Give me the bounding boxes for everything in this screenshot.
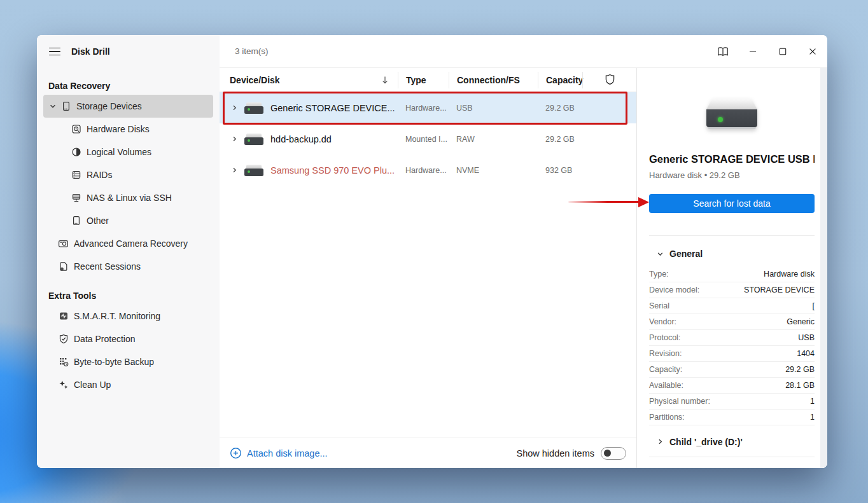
- minimize-button[interactable]: [738, 35, 767, 67]
- app-title: Disk Drill: [71, 46, 110, 57]
- table-row-hdd-backup[interactable]: hdd-backup.dd Mounted I... RAW 29.2 GB: [220, 123, 636, 155]
- sidebar-item-label: S.M.A.R.T. Monitoring: [74, 311, 160, 321]
- column-header-type[interactable]: Type: [398, 72, 449, 88]
- minimize-icon: [748, 46, 758, 57]
- device-type: Mounted I...: [398, 135, 449, 144]
- detail-row-protocol: Protocol:USB: [649, 330, 815, 346]
- sidebar-item-clean-up[interactable]: Clean Up: [43, 373, 213, 396]
- device-capacity: 29.2 GB: [538, 104, 582, 113]
- detail-row-physical-number: Physical number:1: [649, 394, 815, 410]
- chevron-down-icon: [657, 251, 664, 258]
- table-row-samsung-ssd[interactable]: Samsung SSD 970 EVO Plu... Hardware... N…: [220, 155, 636, 186]
- sidebar-item-advanced-camera-recovery[interactable]: Advanced Camera Recovery: [43, 232, 213, 255]
- maximize-icon: [778, 46, 788, 57]
- detail-value: 29.2 GB: [785, 365, 815, 374]
- sidebar-item-storage-devices[interactable]: Storage Devices: [43, 95, 213, 118]
- disk-drill-window: Disk Drill Data Recovery Storage Devices…: [37, 35, 827, 468]
- show-hidden-group: Show hidden items: [516, 447, 626, 460]
- hardware-disks-icon: [71, 124, 81, 134]
- sidebar-item-logical-volumes[interactable]: Logical Volumes: [43, 141, 213, 163]
- detail-row-type: Type:Hardware disk: [649, 266, 815, 282]
- sidebar-header: Disk Drill: [37, 35, 220, 68]
- smart-monitoring-icon: [58, 311, 69, 321]
- column-header-protection[interactable]: [582, 72, 636, 88]
- detail-value: USB: [798, 333, 815, 342]
- device-type: Hardware...: [398, 104, 449, 113]
- shield-icon: [605, 74, 615, 86]
- chevron-right-icon[interactable]: [231, 167, 239, 174]
- sidebar-item-label: Advanced Camera Recovery: [74, 238, 188, 249]
- sidebar-item-label: Logical Volumes: [87, 147, 151, 157]
- sidebar-item-label: Recent Sessions: [74, 261, 141, 272]
- device-capacity: 29.2 GB: [538, 135, 582, 144]
- detail-label: Available:: [649, 381, 683, 390]
- device-name: Samsung SSD 970 EVO Plu...: [270, 165, 395, 176]
- sidebar-item-other[interactable]: Other: [43, 209, 213, 232]
- detail-label: Serial: [649, 301, 669, 310]
- close-button[interactable]: [797, 35, 827, 67]
- shield-check-icon: [58, 334, 69, 344]
- column-header-capacity[interactable]: Capacity: [538, 72, 582, 88]
- window-controls: [708, 35, 827, 67]
- menu-icon[interactable]: [45, 41, 65, 62]
- column-label: Connection/FS: [457, 75, 520, 85]
- detail-row-available: Available:28.1 GB: [649, 378, 815, 394]
- sidebar-item-raids[interactable]: RAIDs: [43, 163, 213, 186]
- detail-row-device-model: Device model:STORAGE DEVICE: [649, 282, 815, 298]
- help-book-button[interactable]: [708, 35, 738, 67]
- section-label-extra-tools: Extra Tools: [37, 287, 220, 305]
- detail-value: 1404: [797, 349, 815, 358]
- detail-row-partitions: Partitions:1: [649, 410, 815, 425]
- chevron-right-icon: [657, 438, 664, 445]
- sidebar-item-label: Hardware Disks: [87, 124, 150, 134]
- detail-value: Generic: [787, 317, 815, 326]
- table-footer: Attach disk image... Show hidden items: [220, 438, 636, 468]
- sidebar-item-smart-monitoring[interactable]: S.M.A.R.T. Monitoring: [43, 305, 213, 327]
- sidebar-item-nas-linux-ssh[interactable]: NAS & Linux via SSH: [43, 186, 213, 209]
- raids-icon: [71, 170, 81, 180]
- sidebar: Disk Drill Data Recovery Storage Devices…: [37, 35, 220, 468]
- sort-descending-icon: [381, 76, 389, 85]
- drive-icon: [244, 134, 263, 145]
- detail-label: Type:: [649, 270, 669, 279]
- detail-label: Device model:: [649, 286, 699, 294]
- detail-value: 1: [810, 413, 815, 422]
- titlebar: 3 item(s): [220, 35, 827, 68]
- chevron-right-icon[interactable]: [231, 135, 239, 142]
- item-count: 3 item(s): [220, 46, 269, 56]
- show-hidden-toggle[interactable]: [601, 447, 626, 460]
- toggle-knob: [604, 450, 611, 457]
- device-type: Hardware...: [398, 166, 449, 175]
- sparkles-icon: [58, 380, 69, 390]
- attach-disk-image-button[interactable]: Attach disk image...: [230, 447, 328, 459]
- device-connection: RAW: [449, 135, 538, 144]
- table-row-generic-storage-device[interactable]: Generic STORAGE DEVICE... Hardware... US…: [220, 92, 636, 123]
- detail-label: Physical number:: [649, 397, 710, 406]
- detail-value: STORAGE DEVICE: [744, 286, 815, 294]
- child-section-label: Child '_drive (D:)': [669, 437, 743, 447]
- column-label: Device/Disk: [230, 75, 280, 85]
- camera-icon: [58, 238, 69, 249]
- general-section-label: General: [669, 249, 703, 259]
- detail-row-vendor: Vendor:Generic: [649, 314, 815, 330]
- general-section-header[interactable]: General: [649, 235, 815, 266]
- child-partition-section-header[interactable]: Child '_drive (D:)': [649, 427, 815, 457]
- chevron-down-icon: [48, 102, 57, 110]
- sidebar-item-label: Data Protection: [74, 334, 136, 344]
- column-header-device-disk[interactable]: Device/Disk: [220, 75, 398, 85]
- table-empty-space: [220, 186, 636, 438]
- device-capacity: 932 GB: [538, 166, 582, 175]
- chevron-right-icon[interactable]: [231, 104, 239, 111]
- other-drive-icon: [71, 216, 81, 226]
- sidebar-item-recent-sessions[interactable]: Recent Sessions: [43, 255, 213, 278]
- detail-value: Hardware disk: [764, 270, 815, 279]
- column-header-connection-fs[interactable]: Connection/FS: [449, 72, 538, 88]
- maximize-button[interactable]: [767, 35, 797, 67]
- detail-label: Protocol:: [649, 333, 680, 342]
- attach-disk-image-label: Attach disk image...: [247, 448, 328, 458]
- device-name: hdd-backup.dd: [270, 134, 332, 144]
- sidebar-item-hardware-disks[interactable]: Hardware Disks: [43, 118, 213, 141]
- sidebar-item-data-protection[interactable]: Data Protection: [43, 327, 213, 350]
- sidebar-item-byte-to-byte-backup[interactable]: Byte-to-byte Backup: [43, 350, 213, 373]
- search-for-lost-data-button[interactable]: Search for lost data: [649, 194, 815, 213]
